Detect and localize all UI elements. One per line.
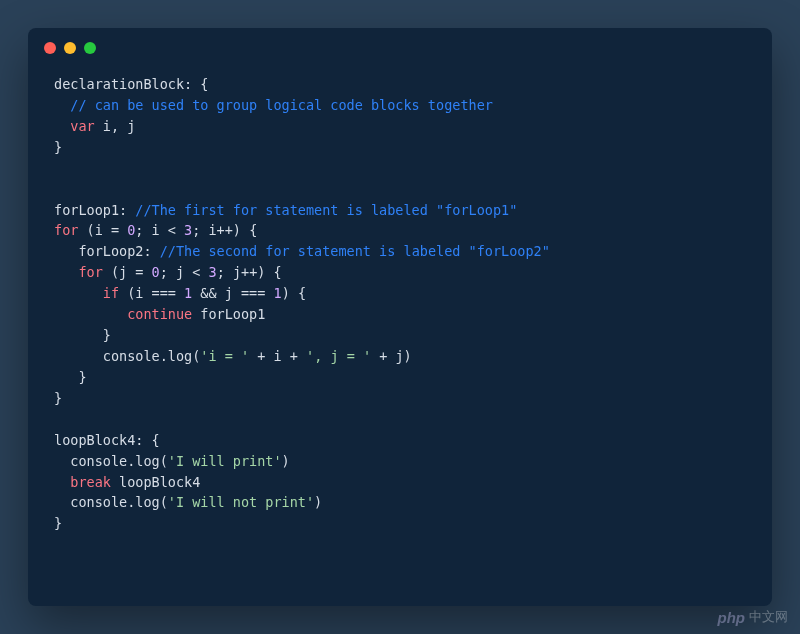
code-text: ) { [282,285,306,301]
code-comment: // can be used to group logical code blo… [54,97,493,113]
code-keyword: if [54,285,119,301]
code-text: console.log( [54,494,168,510]
code-text: (i = [78,222,127,238]
code-text: (j = [103,264,152,280]
code-block: declarationBlock: { // can be used to gr… [28,62,772,560]
code-keyword: continue [54,306,192,322]
code-text: } [54,390,62,406]
code-keyword: for [54,222,78,238]
code-number: 1 [184,285,192,301]
code-text: ) [282,453,290,469]
code-text: console.log( [54,453,168,469]
code-number: 3 [208,264,216,280]
code-text: + j) [371,348,412,364]
code-text: forLoop1 [192,306,265,322]
code-text: } [54,139,62,155]
code-text: ; i++) { [192,222,257,238]
watermark: php 中文网 [718,608,789,626]
code-text: console.log( [54,348,200,364]
watermark-logo: php [718,609,746,626]
code-keyword: for [54,264,103,280]
code-string: ', j = ' [306,348,371,364]
code-text: ) [314,494,322,510]
code-window: declarationBlock: { // can be used to gr… [28,28,772,606]
code-comment: //The first for statement is labeled "fo… [135,202,517,218]
code-text: } [54,327,111,343]
code-comment: //The second for statement is labeled "f… [160,243,550,259]
code-text: forLoop2: [54,243,160,259]
code-text: { [192,76,208,92]
code-text: declarationBlock: [54,76,192,92]
code-text: loopBlock4: [54,432,143,448]
close-icon[interactable] [44,42,56,54]
code-string: 'I will print' [168,453,282,469]
code-text: + i + [249,348,306,364]
code-text: i, j [95,118,136,134]
code-text: } [54,515,62,531]
window-titlebar [28,28,772,62]
code-keyword: break [54,474,111,490]
minimize-icon[interactable] [64,42,76,54]
code-text: && j === [192,285,273,301]
maximize-icon[interactable] [84,42,96,54]
code-number: 3 [184,222,192,238]
code-text: forLoop1: [54,202,135,218]
code-number: 1 [273,285,281,301]
code-text: (i === [119,285,184,301]
code-text: loopBlock4 [111,474,200,490]
code-number: 0 [152,264,160,280]
code-keyword: var [54,118,95,134]
code-string: 'I will not print' [168,494,314,510]
code-text: ; j < [160,264,209,280]
watermark-text: 中文网 [749,608,788,626]
code-string: 'i = ' [200,348,249,364]
code-text: } [54,369,87,385]
code-text: ; i < [135,222,184,238]
code-text: { [143,432,159,448]
code-text: ; j++) { [217,264,282,280]
